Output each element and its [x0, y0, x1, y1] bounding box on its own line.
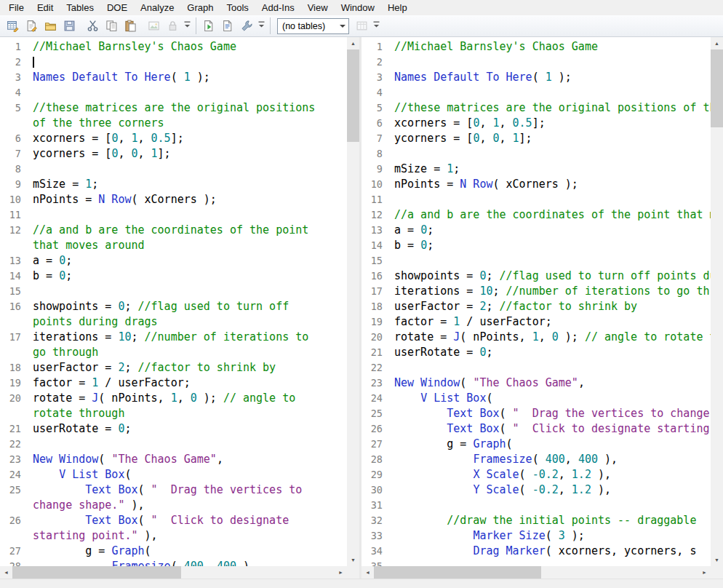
left-hscroll-thumb[interactable] [12, 566, 181, 579]
code-text [29, 437, 321, 452]
toolbar-overflow-script[interactable] [257, 17, 266, 35]
lock-icon [167, 20, 179, 32]
menu-item-tables[interactable]: Tables [60, 1, 100, 15]
menu-item-add-ins[interactable]: Add-Ins [255, 1, 301, 15]
right-vscroll-thumb[interactable] [711, 49, 723, 127]
menu-item-edit[interactable]: Edit [31, 1, 60, 15]
code-text: //draw the initial points -- draggable [391, 513, 711, 528]
line-number: 31 [362, 498, 391, 513]
right-editor-pane[interactable]: 1//Michael Barnsley's Chaos Game23Names … [362, 37, 723, 579]
code-line: 11 [362, 192, 711, 207]
line-number: 22 [362, 360, 391, 376]
right-pane-body: 1//Michael Barnsley's Chaos Game23Names … [362, 37, 723, 566]
cut-button[interactable] [84, 17, 102, 35]
save-button[interactable] [60, 17, 79, 35]
left-vscroll-thumb[interactable] [347, 49, 359, 142]
line-number: 3 [362, 70, 391, 85]
code-text: g = Graph( [29, 544, 321, 559]
menu-item-file[interactable]: File [2, 1, 31, 15]
code-line: 24 V List Box( [362, 391, 711, 406]
line-number: 21 [362, 345, 391, 360]
debug-script-button[interactable] [238, 17, 256, 35]
code-text: Names Default To Here( 1 ); [391, 70, 711, 85]
line-number: 1 [0, 39, 29, 55]
line-number: 23 [0, 452, 29, 467]
new-journal-button[interactable] [23, 17, 41, 35]
code-line: 21userRotate = 0; [362, 345, 711, 360]
line-number: 12 [362, 207, 391, 223]
scroll-up-icon[interactable]: ▲ [711, 37, 723, 49]
scroll-left-icon[interactable]: ◄ [0, 566, 12, 579]
left-vscroll-track[interactable] [347, 49, 359, 554]
new-script-button[interactable] [219, 17, 237, 35]
code-text: factor = 1 / userFactor; [29, 376, 321, 391]
copy-button[interactable] [103, 17, 121, 35]
line-number: 4 [362, 85, 391, 100]
toolbar-overflow-tables[interactable] [372, 17, 381, 35]
line-number: 17 [362, 284, 391, 299]
code-text: //a and b are the coordinates of the poi… [391, 207, 711, 223]
menu-item-help[interactable]: Help [381, 1, 414, 15]
menu-item-analyze[interactable]: Analyze [134, 1, 180, 15]
code-line: 7ycorners = [0, 0, 1]; [0, 146, 347, 162]
line-number: 8 [362, 146, 391, 162]
line-number: 32 [362, 513, 391, 528]
code-text: V List Box( [391, 391, 711, 406]
menu-item-window[interactable]: Window [335, 1, 381, 15]
scroll-down-icon[interactable]: ▼ [347, 554, 359, 566]
code-line: 25 Text Box( " Drag the vertices to chan… [0, 482, 347, 513]
line-number: 22 [0, 437, 29, 452]
code-line: 35 [362, 559, 711, 566]
code-line: 7ycorners = [0, 0, 1]; [362, 131, 711, 146]
right-vertical-scrollbar[interactable]: ▲ ▼ [711, 37, 723, 566]
line-number: 7 [362, 131, 391, 146]
paste-button[interactable] [121, 17, 140, 35]
menu-item-graph[interactable]: Graph [180, 1, 220, 15]
tables-dropdown[interactable]: (no tables) [277, 18, 349, 34]
left-editor-pane[interactable]: 1//Michael Barnsley's Chaos Game23Names … [0, 37, 359, 579]
code-text: mSize = 1; [29, 177, 321, 192]
open-button[interactable] [41, 17, 60, 35]
dropdown-arrow-icon[interactable] [337, 19, 348, 33]
code-text: nPoints = N Row( xCorners ); [29, 192, 321, 207]
left-code-area[interactable]: 1//Michael Barnsley's Chaos Game23Names … [0, 37, 347, 566]
run-script-button[interactable] [200, 17, 218, 35]
scroll-left-icon[interactable]: ◄ [362, 566, 374, 579]
left-hscroll-track[interactable] [12, 566, 335, 579]
left-vertical-scrollbar[interactable]: ▲ ▼ [347, 37, 359, 566]
code-text: New Window( "The Chaos Game", [391, 376, 711, 391]
code-text [29, 284, 321, 299]
line-number: 3 [0, 70, 29, 85]
right-horizontal-scrollbar[interactable]: ◄ ► [362, 566, 711, 579]
menu-item-tools[interactable]: Tools [220, 1, 255, 15]
cut-icon [87, 20, 99, 32]
scroll-up-icon[interactable]: ▲ [347, 37, 359, 49]
code-text: Text Box( " Drag the vertices to change … [391, 406, 711, 421]
code-line: 18userFactor = 2; //factor to shrink by [0, 360, 347, 376]
line-number: 24 [0, 467, 29, 482]
code-line: 24 V List Box( [0, 467, 347, 482]
code-line: 2 [0, 55, 347, 70]
toolbar-overflow-edit[interactable] [183, 17, 192, 35]
right-code-area[interactable]: 1//Michael Barnsley's Chaos Game23Names … [362, 37, 711, 566]
scroll-right-icon[interactable]: ► [698, 566, 711, 579]
left-horizontal-scrollbar[interactable]: ◄ ► [0, 566, 347, 579]
code-line: 4 [362, 85, 711, 100]
right-hscroll-track[interactable] [374, 566, 698, 579]
scroll-right-icon[interactable]: ► [335, 566, 347, 579]
code-line: 15 [362, 253, 711, 269]
menu-item-doe[interactable]: DOE [100, 1, 134, 15]
menu-item-view[interactable]: View [301, 1, 335, 15]
code-text: a = 0; [29, 253, 321, 269]
code-text: b = 0; [391, 238, 711, 253]
scroll-down-icon[interactable]: ▼ [711, 554, 723, 566]
line-number: 26 [362, 421, 391, 437]
scrollbar-corner [347, 566, 359, 579]
code-text [29, 85, 321, 100]
new-data-table-button[interactable] [4, 17, 22, 35]
right-vscroll-track[interactable] [711, 49, 723, 554]
line-number: 6 [0, 131, 29, 146]
right-hscroll-thumb[interactable] [374, 566, 541, 579]
code-text: a = 0; [391, 223, 711, 238]
code-line: 27 g = Graph( [362, 437, 711, 452]
